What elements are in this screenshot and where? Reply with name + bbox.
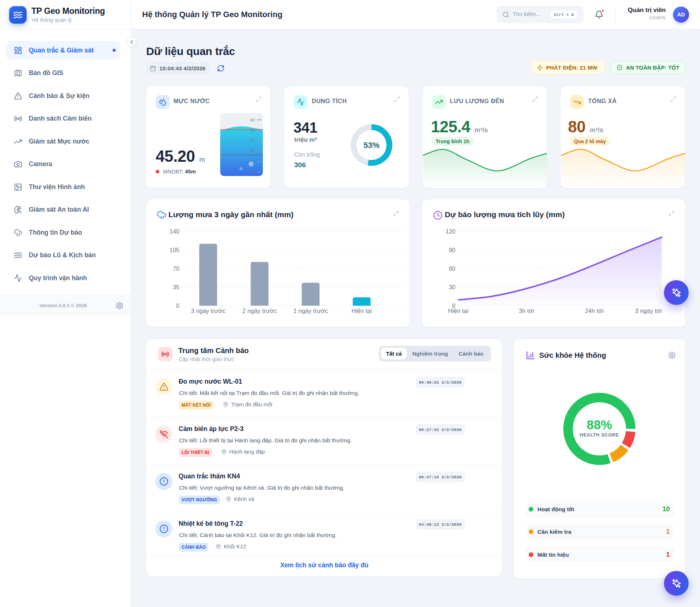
svg-text:60: 60	[250, 118, 255, 122]
svg-text:3h tới: 3h tới	[519, 308, 534, 314]
svg-text:3 ngày trước: 3 ngày trước	[191, 308, 225, 314]
svg-text:88%: 88%	[587, 418, 612, 432]
svg-text:40: 40	[250, 138, 255, 143]
svg-text:50: 50	[250, 128, 255, 133]
svg-text:Hiện tại: Hiện tại	[351, 308, 372, 314]
svg-text:35: 35	[173, 284, 179, 290]
svg-text:30: 30	[449, 284, 455, 290]
svg-text:HEALTH SCORE: HEALTH SCORE	[580, 432, 619, 438]
svg-text:120: 120	[446, 228, 455, 235]
svg-text:105: 105	[170, 247, 179, 253]
svg-text:70: 70	[173, 266, 179, 272]
svg-text:60: 60	[449, 266, 455, 272]
svg-text:1 ngày trước: 1 ngày trước	[293, 308, 328, 314]
svg-text:10: 10	[250, 170, 255, 175]
svg-text:2 ngày trước: 2 ngày trước	[242, 308, 277, 314]
svg-text:30: 30	[250, 149, 255, 153]
svg-text:0: 0	[176, 303, 179, 309]
svg-text:3 ngày tới: 3 ngày tới	[635, 308, 662, 314]
svg-text:24h tới: 24h tới	[585, 308, 603, 314]
svg-text:Hiện tại: Hiện tại	[448, 308, 468, 314]
svg-text:140: 140	[170, 228, 179, 235]
svg-text:53%: 53%	[363, 141, 380, 150]
svg-text:90: 90	[449, 247, 455, 253]
